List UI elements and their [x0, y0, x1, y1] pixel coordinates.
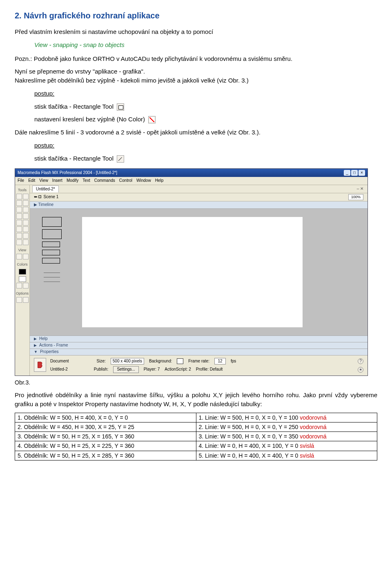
orientation-tag: vodorovná [300, 424, 326, 430]
line-shape[interactable] [44, 282, 60, 282]
menu-bar: File Edit View Insert Modify Text Comman… [15, 177, 368, 185]
window-titlebar: Macromedia Flash MX Professional 2004 - … [15, 169, 368, 177]
tool-pen[interactable] [16, 207, 22, 212]
para-note: Pozn.: Podobně jako funkce ORTHO v AutoC… [15, 54, 377, 63]
tool-eraser[interactable] [23, 239, 29, 245]
text: Nyní se přepneme do vrstvy "aplikace - g… [15, 68, 145, 75]
orientation-tag: svislá [300, 452, 314, 459]
actions-panel[interactable]: Actions - Frame [39, 342, 68, 349]
tool-text[interactable] [23, 207, 29, 212]
help-panel[interactable]: Help [39, 336, 48, 342]
document-icon [34, 358, 46, 372]
line-shape[interactable] [44, 277, 60, 277]
minimize-icon[interactable]: _ [344, 170, 350, 176]
profile-label: Profile: Default [196, 367, 223, 373]
tool-paintbucket[interactable] [23, 233, 29, 239]
step-rectangle-tool-2: stisk tlačítka - Rectangle Tool [34, 155, 114, 162]
properties-panel-header[interactable]: Properties [40, 349, 59, 355]
tool-rectangle[interactable] [23, 213, 29, 219]
tool-inkbottle[interactable] [16, 233, 22, 239]
tool-eyedropper[interactable] [16, 239, 22, 245]
background-color-swatch[interactable] [177, 358, 183, 364]
document-tab[interactable]: Untitled-2* [32, 186, 59, 193]
menu-text[interactable]: Text [82, 178, 90, 184]
para-layer: Nyní se přepneme do vrstvy "aplikace - g… [15, 67, 377, 85]
zoom-select[interactable]: 100% [348, 194, 363, 200]
fps-label: fps [231, 358, 236, 364]
postup-label-2: postup: [34, 142, 54, 149]
view-label: View [18, 248, 26, 253]
orientation-tag: vodorovná [300, 414, 326, 421]
menu-file[interactable]: File [18, 178, 24, 184]
option-2[interactable] [23, 297, 29, 303]
section-heading: 2. Návrh grafického rozhraní aplikace [15, 10, 377, 22]
table-cell-line: 5. Linie: W = 0, H = 400, X = 400, Y = 0… [196, 451, 377, 460]
tool-hand[interactable] [16, 254, 22, 259]
tool-arrow[interactable] [16, 194, 22, 199]
rectangle-shape[interactable] [42, 217, 62, 227]
actionscript-label: ActionScript: 2 [165, 367, 191, 373]
line-shape[interactable] [44, 273, 60, 273]
options-label: Options [16, 291, 29, 296]
rectangle-shape[interactable] [42, 250, 60, 255]
close-icon[interactable]: × [359, 170, 365, 176]
timeline-label[interactable]: ▶ Timeline [34, 202, 53, 208]
rectangle-shape[interactable] [42, 229, 62, 239]
stroke-color-swatch[interactable] [19, 269, 26, 275]
rectangle-tool-icon [117, 103, 124, 111]
table-cell-rect: 3. Obdélník: W = 50, H = 25, X = 165, Y … [15, 432, 196, 441]
menu-modify[interactable]: Modify [67, 178, 78, 184]
menu-window[interactable]: Window [136, 178, 151, 184]
no-color-btn[interactable] [23, 283, 29, 288]
text: Nakreslíme pět obdélníků bez výplně - kd… [15, 77, 249, 84]
expand-icon[interactable]: ▶ [34, 343, 37, 348]
tab-close-controls[interactable]: – ✕ [357, 186, 363, 192]
scene-name[interactable]: ⬅ ⛋ Scene 1 [34, 194, 58, 200]
frame-rate-input[interactable]: 12 [214, 358, 226, 365]
window-title: Macromedia Flash MX Professional 2004 - … [18, 170, 117, 176]
doc-type-label: Document [50, 358, 69, 364]
tool-subselect[interactable] [23, 194, 29, 199]
tool-freetransform[interactable] [16, 226, 22, 232]
stage-canvas[interactable] [82, 217, 303, 327]
expand-icon[interactable]: ▶ [34, 336, 37, 342]
menu-edit[interactable]: Edit [28, 178, 35, 184]
tool-filltransform[interactable] [23, 226, 29, 232]
para-lines: Dále nakreslíme 5 linií - 3 vodorovné a … [15, 128, 377, 137]
rectangle-shape[interactable] [42, 258, 60, 264]
figure-caption: Obr.3. [15, 378, 377, 387]
table-cell-rect: 5. Obdélník: W = 50, H = 25, X = 285, Y … [15, 451, 196, 460]
menu-control[interactable]: Control [119, 178, 132, 184]
table-cell-line: 3. Linie: W = 500, H = 0, X = 0, Y = 350… [196, 432, 377, 441]
menu-commands[interactable]: Commands [94, 178, 115, 184]
tool-line[interactable] [16, 200, 22, 206]
tool-oval[interactable] [16, 213, 22, 219]
expand-settings-icon[interactable]: ✶ [358, 367, 363, 373]
maximize-icon[interactable]: □ [351, 170, 358, 176]
tool-lasso[interactable] [23, 200, 29, 206]
para-intro: Před vlastním kreslením si nastavíme uch… [15, 27, 377, 36]
menu-view[interactable]: View [39, 178, 48, 184]
no-color-icon [148, 116, 156, 123]
help-icon[interactable]: ? [358, 358, 363, 364]
size-value-button[interactable]: 500 x 400 pixels [111, 358, 144, 365]
step-no-color: nastavení kreslení bez výplně (No Color) [34, 116, 145, 123]
frame-rate-label: Frame rate: [188, 358, 209, 364]
settings-button[interactable]: Settings... [113, 366, 138, 373]
fill-color-swatch[interactable] [19, 276, 26, 282]
tool-zoom[interactable] [23, 254, 29, 259]
collapse-icon[interactable]: ▼ [34, 349, 38, 355]
menu-insert[interactable]: Insert [52, 178, 62, 184]
tools-panel: Tools View [15, 185, 30, 376]
orientation-tag: vodorovná [300, 433, 326, 440]
menu-help[interactable]: Help [155, 178, 164, 184]
postup-label: postup: [34, 90, 54, 97]
option-1[interactable] [16, 297, 22, 303]
tool-pencil[interactable] [16, 220, 22, 226]
background-label: Background: [149, 358, 172, 364]
rectangle-shape[interactable] [42, 241, 60, 247]
step-rectangle-tool: stisk tlačítka - Rectangle Tool [34, 103, 114, 110]
tool-brush[interactable] [23, 220, 29, 226]
swap-colors-icon[interactable] [16, 283, 22, 288]
table-cell-rect: 2. Obdélník: W = 450, H = 300, X = 25, Y… [15, 422, 196, 431]
